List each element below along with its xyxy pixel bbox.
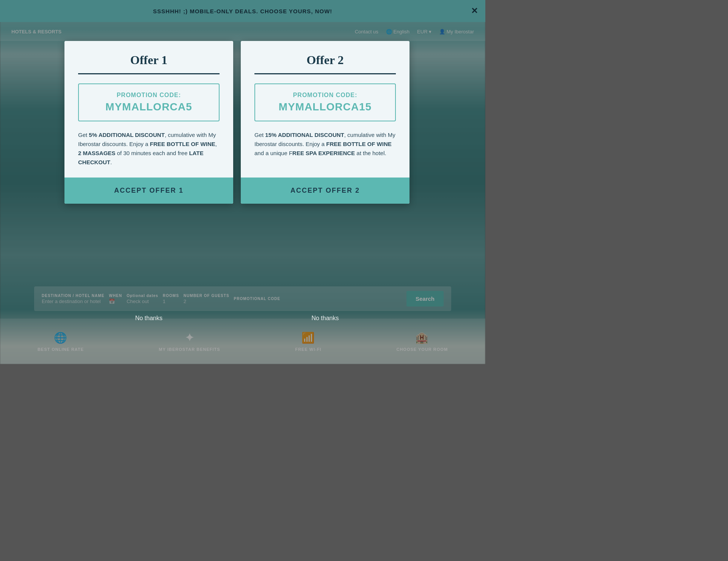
offer1-body: Offer 1 PROMOTION CODE: MYMALLORCA5 Get … [64, 41, 233, 178]
offer2-promo-box: PROMOTION CODE: MYMALLORCA15 [254, 83, 396, 121]
offer2-free2: REE SPA EXPERIENCE [292, 150, 355, 156]
accept-offer2-button[interactable]: ACCEPT OFFER 2 [241, 178, 410, 204]
offer2-promo-label: PROMOTION CODE: [263, 92, 388, 99]
no-thanks-offer2[interactable]: No thanks [241, 311, 410, 322]
offer1-promo-box: PROMOTION CODE: MYMALLORCA5 [78, 83, 220, 121]
offer1-title: Offer 1 [78, 53, 220, 67]
no-thanks-offer1[interactable]: No thanks [64, 311, 233, 322]
offer1-divider [78, 73, 220, 74]
offer1-discount: 5% ADDITIONAL DISCOUNT [89, 132, 165, 138]
offer2-title: Offer 2 [254, 53, 396, 67]
offer1-promo-code: MYMALLORCA5 [86, 101, 211, 113]
offer2-description: Get 15% ADDITIONAL DISCOUNT, cumulative … [254, 130, 396, 158]
no-thanks-container: No thanks No thanks [64, 311, 421, 322]
offer2-promo-code: MYMALLORCA15 [263, 101, 388, 113]
offer2-discount: 15% ADDITIONAL DISCOUNT [265, 132, 344, 138]
offer2-divider [254, 73, 396, 74]
offer1-promo-label: PROMOTION CODE: [86, 92, 211, 99]
modal-container: Offer 1 PROMOTION CODE: MYMALLORCA5 Get … [64, 41, 421, 204]
offer2-card: Offer 2 PROMOTION CODE: MYMALLORCA15 Get… [241, 41, 410, 204]
offer1-free2: 2 MASSAGES [78, 150, 115, 156]
offer1-card: Offer 1 PROMOTION CODE: MYMALLORCA5 Get … [64, 41, 233, 204]
accept-offer1-button[interactable]: ACCEPT OFFER 1 [64, 178, 233, 204]
offer1-free1: FREE BOTTLE OF WINE [150, 141, 215, 147]
offer2-body: Offer 2 PROMOTION CODE: MYMALLORCA15 Get… [241, 41, 410, 178]
offer2-free1: FREE BOTTLE OF WINE [326, 141, 392, 147]
offer1-description: Get 5% ADDITIONAL DISCOUNT, cumulative w… [78, 130, 220, 167]
